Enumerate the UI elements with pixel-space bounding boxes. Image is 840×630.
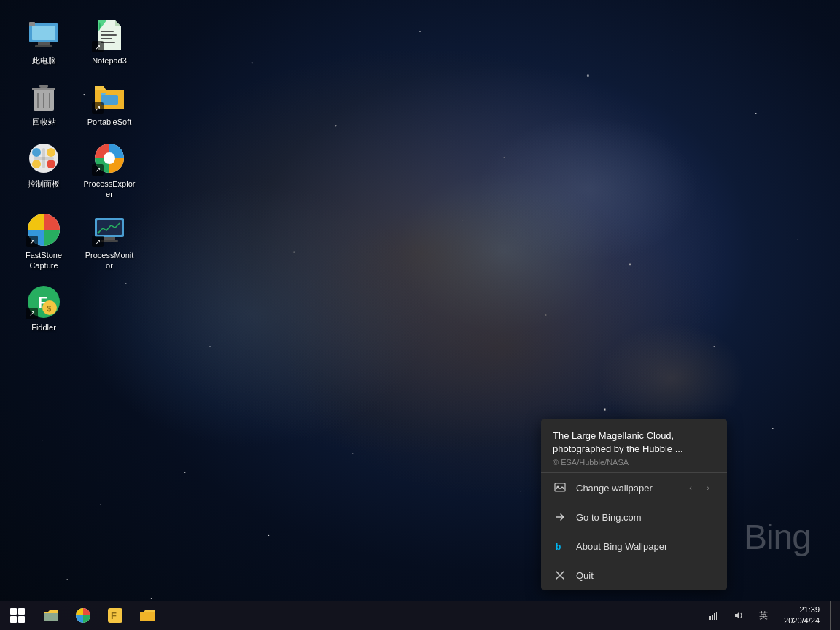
show-desktop-button[interactable] bbox=[830, 601, 834, 630]
icon-control-panel[interactable]: 控制面板 bbox=[15, 138, 73, 203]
change-wallpaper-label: Change wallpaper bbox=[576, 483, 683, 494]
clock-date: 2020/4/24 bbox=[784, 615, 820, 626]
windows-logo-icon bbox=[10, 608, 25, 623]
icon-process-explorer[interactable]: ↗ ProcessExplorer bbox=[80, 138, 139, 203]
bing-logo-icon: b bbox=[553, 539, 567, 553]
icon-row-4: F $ ↗ Fiddler bbox=[15, 281, 139, 335]
desktop: 此电脑 ↗ Note bbox=[0, 0, 840, 630]
shortcut-arrow-portablesoft: ↗ bbox=[92, 102, 104, 114]
this-pc-icon bbox=[26, 18, 61, 52]
notepad3-label: Notepad3 bbox=[92, 55, 127, 66]
svg-rect-8 bbox=[101, 34, 117, 36]
fiddler-label: Fiddler bbox=[31, 322, 56, 332]
taskbar-faststone[interactable] bbox=[67, 601, 99, 630]
start-button[interactable] bbox=[0, 601, 35, 630]
svg-rect-14 bbox=[39, 85, 48, 88]
svg-point-22 bbox=[32, 160, 41, 168]
svg-rect-4 bbox=[29, 22, 35, 26]
faststone-icon: ↗ bbox=[26, 212, 61, 247]
control-panel-icon bbox=[26, 141, 61, 176]
shortcut-arrow-pm: ↗ bbox=[92, 236, 104, 247]
fiddler-icon: F $ ↗ bbox=[26, 284, 61, 319]
icon-row-0: 此电脑 ↗ Note bbox=[15, 15, 139, 69]
icon-recycle-bin[interactable]: 回收站 bbox=[15, 76, 73, 130]
taskbar-pinned-icons: F bbox=[35, 601, 163, 630]
control-panel-label: 控制面板 bbox=[28, 179, 60, 189]
icon-notepad3[interactable]: ↗ Notepad3 bbox=[80, 15, 139, 69]
image-icon bbox=[553, 481, 567, 495]
icon-faststone[interactable]: ↗ FastStone Capture bbox=[15, 209, 73, 274]
shortcut-arrow-pe: ↗ bbox=[92, 164, 104, 176]
process-monitor-icon: ↗ bbox=[92, 212, 127, 247]
recycle-bin-label: 回收站 bbox=[32, 117, 56, 127]
process-explorer-icon: ↗ bbox=[92, 141, 127, 176]
icon-row-3: ↗ FastStone Capture ↗ bbox=[15, 209, 139, 274]
menu-credit: © ESA/Hubble/NASA bbox=[553, 458, 715, 467]
svg-rect-41 bbox=[44, 613, 58, 621]
svg-rect-48 bbox=[716, 612, 718, 620]
svg-point-21 bbox=[47, 148, 55, 157]
taskbar-app1[interactable]: F bbox=[99, 601, 131, 630]
svg-rect-45 bbox=[709, 616, 711, 620]
next-wallpaper-button[interactable]: › bbox=[701, 481, 715, 495]
process-explorer-label: ProcessExplorer bbox=[83, 179, 136, 200]
svg-rect-47 bbox=[714, 613, 715, 620]
shortcut-arrow-fs: ↗ bbox=[26, 236, 38, 247]
taskbar: F bbox=[0, 601, 840, 630]
taskbar-file-explorer[interactable] bbox=[35, 601, 67, 630]
portablesoft-icon: ↗ bbox=[92, 79, 127, 114]
menu-item-go-bing[interactable]: Go to Bing.com bbox=[541, 502, 727, 532]
icon-process-monitor[interactable]: ↗ ProcessMonitor bbox=[80, 209, 139, 274]
faststone-label: FastStone Capture bbox=[18, 250, 70, 271]
menu-item-change-wallpaper[interactable]: Change wallpaper ‹ › bbox=[541, 473, 727, 502]
svg-rect-1 bbox=[32, 26, 55, 40]
svg-text:$: $ bbox=[47, 304, 51, 313]
quit-label: Quit bbox=[576, 570, 715, 581]
menu-header: The Large Magellanic Cloud,photographed … bbox=[541, 419, 727, 473]
svg-text:F: F bbox=[111, 610, 117, 621]
svg-rect-9 bbox=[101, 38, 112, 39]
process-monitor-label: ProcessMonitor bbox=[83, 250, 136, 271]
menu-wallpaper-title: The Large Magellanic Cloud,photographed … bbox=[553, 429, 715, 456]
svg-point-33 bbox=[98, 232, 100, 234]
icon-fiddler[interactable]: F $ ↗ Fiddler bbox=[15, 281, 73, 335]
go-bing-label: Go to Bing.com bbox=[576, 512, 715, 523]
bing-watermark: Bing bbox=[744, 517, 811, 557]
taskbar-clock[interactable]: 21:39 2020/4/24 bbox=[778, 601, 825, 630]
network-tray-icon[interactable] bbox=[704, 601, 724, 630]
taskbar-folder[interactable] bbox=[131, 601, 163, 630]
this-pc-label: 此电脑 bbox=[32, 55, 56, 66]
bing-context-menu: The Large Magellanic Cloud,photographed … bbox=[541, 419, 727, 590]
svg-rect-3 bbox=[35, 45, 52, 47]
menu-item-quit[interactable]: Quit bbox=[541, 561, 727, 590]
icon-this-pc[interactable]: 此电脑 bbox=[15, 15, 73, 69]
icon-row-1: 回收站 ↗ PortableSoft bbox=[15, 76, 139, 130]
shortcut-arrow-fiddler: ↗ bbox=[26, 308, 38, 319]
clock-time: 21:39 bbox=[799, 604, 820, 615]
shortcut-arrow: ↗ bbox=[92, 41, 104, 52]
menu-item-about-bing[interactable]: b About Bing Wallpaper bbox=[541, 532, 727, 561]
notepad3-icon: ↗ bbox=[92, 18, 127, 52]
language-tray-icon[interactable]: 英 bbox=[753, 601, 774, 630]
svg-text:b: b bbox=[556, 542, 561, 552]
about-bing-label: About Bing Wallpaper bbox=[576, 541, 715, 552]
prev-wallpaper-button[interactable]: ‹ bbox=[683, 481, 698, 495]
close-icon bbox=[553, 568, 567, 583]
svg-point-27 bbox=[104, 152, 115, 164]
svg-marker-6 bbox=[115, 20, 121, 26]
svg-rect-25 bbox=[34, 157, 54, 160]
volume-tray-icon[interactable] bbox=[728, 601, 749, 630]
icon-row-2: 控制面板 ↗ ProcessExplorer bbox=[15, 138, 139, 203]
recycle-bin-icon bbox=[26, 79, 61, 114]
portablesoft-label: PortableSoft bbox=[88, 117, 132, 127]
wallpaper-nav-arrows: ‹ › bbox=[683, 481, 715, 495]
desktop-icons: 此电脑 ↗ Note bbox=[15, 15, 139, 335]
svg-rect-46 bbox=[712, 615, 713, 620]
arrow-right-icon bbox=[553, 510, 567, 524]
svg-point-20 bbox=[32, 148, 41, 157]
icon-portablesoft[interactable]: ↗ PortableSoft bbox=[80, 76, 139, 130]
taskbar-tray: 英 21:39 2020/4/24 bbox=[704, 601, 840, 630]
svg-rect-38 bbox=[555, 483, 565, 491]
svg-rect-7 bbox=[101, 31, 114, 32]
svg-rect-13 bbox=[32, 88, 55, 90]
